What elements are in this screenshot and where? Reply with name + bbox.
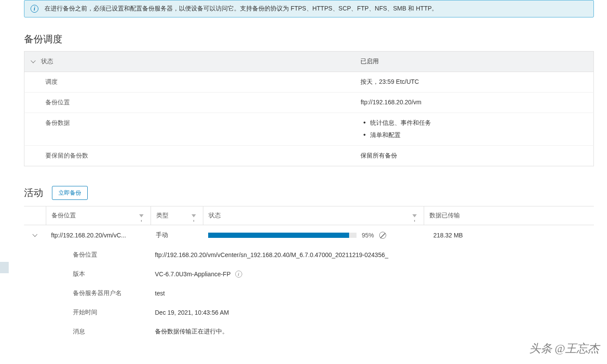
column-label: 类型 (156, 212, 168, 220)
detail-row: 备份位置 ftp://192.168.20.20/vm/vCenter/sn_1… (24, 245, 594, 264)
schedule-row-value: 保留所有备份 (354, 146, 593, 166)
activity-header: 活动 立即备份 (24, 186, 594, 200)
detail-row: 消息 备份数据传输正在进行中。 (24, 322, 594, 341)
detail-value: ftp://192.168.20.20/vm/vCenter/sn_192.16… (155, 251, 594, 259)
detail-label: 备份服务器用户名 (24, 289, 155, 297)
progress-fill (208, 233, 349, 238)
backup-now-button[interactable]: 立即备份 (52, 186, 88, 200)
left-scroll-indicator (0, 262, 9, 273)
detail-row: 版本 VC-6.7.0U3m-Appliance-FP i (24, 264, 594, 284)
column-type[interactable]: 类型 (151, 206, 203, 225)
progress-percent: 95% (362, 232, 374, 239)
column-expand (24, 206, 46, 225)
schedule-row: 调度 按天，23:59 Etc/UTC (24, 72, 594, 93)
list-item: 清单和配置 (360, 131, 587, 139)
schedule-row-value: ftp://192.168.20.20/vm (354, 93, 593, 113)
activity-table: 备份位置 类型 状态 数据已传输 ftp://192.168.20.20/vm/… (24, 206, 594, 346)
schedule-row: 要保留的备份数 保留所有备份 (24, 146, 594, 166)
progress-bar (208, 233, 357, 238)
schedule-table: 状态 已启用 调度 按天，23:59 Etc/UTC 备份位置 ftp://19… (24, 51, 594, 166)
schedule-row: 备份数据 统计信息、事件和任务 清单和配置 (24, 113, 594, 146)
column-label: 备份位置 (51, 212, 76, 220)
row-type: 手动 (151, 231, 203, 239)
row-location: ftp://192.168.20.20/vm/vC... (46, 232, 151, 239)
activity-table-header: 备份位置 类型 状态 数据已传输 (24, 206, 594, 225)
column-label: 数据已传输 (429, 212, 460, 220)
row-details: 备份位置 ftp://192.168.20.20/vm/vCenter/sn_1… (24, 245, 594, 346)
info-icon[interactable]: i (235, 271, 242, 278)
chevron-down-icon[interactable] (31, 59, 36, 64)
schedule-row-value: 按天，23:59 Etc/UTC (354, 72, 593, 93)
filter-icon[interactable] (139, 214, 144, 217)
info-icon: i (31, 5, 38, 13)
info-banner: i 在进行备份之前，必须已设置和配置备份服务器，以便设备可以访问它。支持备份的协… (24, 0, 594, 17)
column-transferred[interactable]: 数据已传输 (424, 206, 594, 225)
schedule-row-label: 要保留的备份数 (24, 146, 355, 166)
activity-title: 活动 (24, 186, 43, 199)
detail-value: VC-6.7.0U3m-Appliance-FP (155, 271, 231, 278)
column-location[interactable]: 备份位置 (46, 206, 151, 225)
row-transferred: 218.32 MB (424, 232, 594, 239)
detail-value: Dec 19, 2021, 10:43:56 AM (155, 309, 594, 316)
detail-label: 消息 (24, 328, 155, 336)
info-banner-text: 在进行备份之前，必须已设置和配置备份服务器，以便设备可以访问它。支持备份的协议为… (45, 5, 438, 13)
schedule-row-label: 备份位置 (24, 93, 355, 113)
schedule-header-label: 状态 (41, 58, 53, 65)
schedule-row: 备份位置 ftp://192.168.20.20/vm (24, 93, 594, 113)
cancel-icon[interactable] (379, 232, 386, 239)
chevron-down-icon[interactable] (32, 233, 38, 238)
filter-icon[interactable] (192, 214, 196, 217)
schedule-row-label: 备份数据 (24, 113, 355, 146)
detail-row: 备份服务器用户名 test (24, 284, 594, 303)
filter-icon[interactable] (412, 214, 417, 217)
table-row: ftp://192.168.20.20/vm/vC... 手动 95% 218.… (24, 225, 594, 245)
schedule-header-row[interactable]: 状态 已启用 (24, 52, 594, 72)
list-item: 统计信息、事件和任务 (360, 119, 587, 127)
detail-row: 开始时间 Dec 19, 2021, 10:43:56 AM (24, 303, 594, 322)
column-status[interactable]: 状态 (203, 206, 424, 225)
schedule-header-value: 已启用 (354, 52, 593, 72)
detail-value: test (155, 289, 594, 297)
detail-label: 备份位置 (24, 251, 155, 259)
detail-label: 版本 (24, 270, 155, 278)
column-label: 状态 (209, 212, 221, 220)
schedule-row-label: 调度 (24, 72, 355, 93)
detail-label: 开始时间 (24, 309, 155, 316)
detail-value: 备份数据传输正在进行中。 (155, 328, 594, 336)
backup-data-list: 统计信息、事件和任务 清单和配置 (360, 119, 587, 139)
schedule-title: 备份调度 (24, 33, 594, 46)
progress-wrap: 95% (208, 232, 418, 239)
main-content: i 在进行备份之前，必须已设置和配置备份服务器，以便设备可以访问它。支持备份的协… (11, 0, 607, 346)
